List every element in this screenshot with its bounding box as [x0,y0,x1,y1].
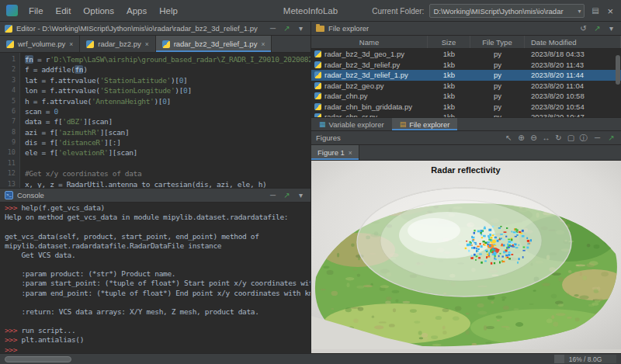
chevron-down-icon: ▾ [578,8,581,15]
line-number: 11 [0,158,16,168]
folder-history-icon[interactable]: ▤ [590,6,600,16]
window-titlebar: FileEditOptionsAppsHelp MeteoInfoLab Cur… [0,0,621,22]
minimize-panel-icon[interactable]: ─ [268,24,278,33]
code-editor[interactable]: 12345678910111213 fn = r'D:\Temp\LaSW\ai… [0,53,310,188]
zoom-in-icon[interactable]: ⊕ [516,133,526,143]
line-number: 2 [0,64,16,75]
tab-file-explorer[interactable]: ▤File explorer [392,118,458,130]
menu-bar: FileEditOptionsAppsHelp [23,0,184,21]
close-tab-icon[interactable]: × [145,40,149,48]
minimize-panel-icon[interactable]: ─ [592,133,602,143]
pan-icon[interactable]: ↔ [541,133,551,143]
current-folder-label: Current Folder: [372,7,424,16]
code-line: dis = f['distanceR'][:] [25,137,310,147]
zoom-out-icon[interactable]: ⊖ [529,133,539,143]
column-header-size[interactable]: Size [428,36,470,48]
titlebar-right: Current Folder: D:\Working\MIScript\Jyth… [372,0,615,22]
python-file-icon [314,71,321,78]
rotate-icon[interactable]: ↻ [553,133,564,143]
code-line: h = f.attrvalue('AntennaHeight')[0] [25,96,310,106]
minimize-panel-icon[interactable]: ─ [268,191,278,200]
python-file-icon [314,61,321,68]
line-number: 1 [0,54,16,64]
line-number: 6 [0,106,16,116]
console-panel-titlebar: >_ Console ─ ↗ ▾ [0,189,310,203]
figure-canvas[interactable]: Radar reflectivity [311,161,621,353]
folder-icon: ▤ [400,121,407,128]
console-line [5,298,310,307]
window-close-icon[interactable]: × [605,5,615,17]
file-row[interactable]: radar_chn.py1kbpy2023/8/20 10:58 [311,91,621,102]
code-line: lon = f.attrvalue('StationLongitude')[0] [25,85,310,95]
identify-icon[interactable]: ⓘ [578,133,588,143]
memory-indicator[interactable]: 16% / 8.0G [554,355,616,363]
radar-dome [357,188,571,296]
file-row[interactable]: radar_chn_bin_griddata.py1kbpy2023/8/20 … [311,102,621,113]
tab-figure-1[interactable]: Figure 1 × [311,145,359,160]
console-line: Get VCS data. [5,251,310,260]
close-tab-icon[interactable]: × [69,40,73,48]
float-panel-icon[interactable]: ↗ [606,133,616,143]
code-line [25,158,310,168]
console-line: >>> help(f.get_vcs_data) [5,203,310,213]
line-number: 4 [0,85,16,95]
full-extent-icon[interactable]: ▢ [566,133,576,143]
app-logo-icon [6,5,18,16]
line-number: 3 [0,75,16,85]
console-line: :param product: (*str*) Product name. [5,269,310,279]
menu-file[interactable]: File [23,0,50,22]
file-row[interactable]: radar_bz2_geo.py1kbpy2023/8/20 11:04 [311,81,621,92]
column-header-name[interactable]: Name [311,36,428,48]
file-row[interactable]: radar_bz2_3d_relief.py1kbpy2023/8/20 11:… [311,60,621,71]
refresh-icon[interactable]: ↺ [578,24,588,33]
panel-menu-icon[interactable]: ▾ [296,191,306,200]
console-line [5,260,310,269]
console-output[interactable]: >>> help(f.get_vcs_data)Help on method g… [0,203,310,353]
close-tab-icon[interactable]: × [349,149,352,157]
file-row[interactable]: radar_bz2_3d_geo_1.py1kbpy2023/8/18 04:3… [311,49,621,60]
column-header-type[interactable]: File Type [470,36,525,48]
column-header-date[interactable]: Date Modified [525,36,621,48]
float-panel-icon[interactable]: ↗ [282,24,292,33]
editor-tab[interactable]: wrf_volume.py× [0,36,80,52]
explorer-tab-bar: ▦Variable explorer▤File explorer [311,117,621,131]
file-row[interactable]: radar_bz2_3d_relief_1.py1kbpy2023/8/20 1… [311,70,621,81]
line-number: 10 [0,147,16,158]
line-number: 5 [0,96,16,106]
console-line: >>> [5,345,310,353]
editor-tab[interactable]: radar_bz2.py× [80,36,155,52]
select-arrow-icon[interactable]: ↖ [504,133,514,143]
float-panel-icon[interactable]: ↗ [282,191,292,200]
tab-label: Figure 1 [317,148,345,157]
file-row[interactable]: radar_chn_cr.py1kbpy2023/8/20 10:47 [311,112,621,117]
code-line: x, y, z = RadarUtil.antenna_to_cartesian… [25,179,310,189]
menu-help[interactable]: Help [153,0,184,22]
menu-edit[interactable]: Edit [50,0,78,22]
file-explorer-title: File explorer [328,24,369,33]
figure-title: Radar reflectivity [431,165,501,175]
tab-variable-explorer[interactable]: ▦Variable explorer [311,118,392,130]
editor-tab[interactable]: radar_bz2_3d_relief_1.py× [156,36,272,52]
panel-menu-icon[interactable]: ▾ [606,24,616,33]
panel-menu-icon[interactable]: ▾ [296,24,306,33]
scrollbar-thumb[interactable] [616,55,620,85]
python-file-icon [162,40,170,48]
figures-titlebar: Figures ↖⊕⊖↔↻▢ⓘ ─ ↗ [311,131,621,145]
python-file-icon [314,50,321,57]
meteoinfolab-window: FileEditOptionsAppsHelp MeteoInfoLab Cur… [0,0,621,364]
code-lines: fn = r'D:\Temp\LaSW\airship\ground_based… [20,53,310,188]
status-bar: 16% / 8.0G [0,353,621,364]
close-tab-icon[interactable]: × [261,40,265,48]
code-line: data = f['dBZ'][scan] [25,116,310,127]
float-panel-icon[interactable]: ↗ [592,24,602,33]
menu-apps[interactable]: Apps [120,0,153,22]
tab-label: radar_bz2_3d_relief_1.py [174,40,258,48]
console-line: Help on method get_vcs_data in module mi… [5,213,310,222]
console-line: >>> plt.antialias() [5,335,310,345]
line-number: 13 [0,179,16,189]
editor-panel-title: Editor - D:\Working\MIScript\Jython\mis\… [16,24,258,33]
current-folder-combobox[interactable]: D:\Working\MIScript\Jython\mis\io\radar … [429,4,585,18]
figure-area[interactable]: Radar reflectivity [311,161,621,353]
menu-options[interactable]: Options [77,0,120,22]
console-panel: >_ Console ─ ↗ ▾ >>> help(f.get_vcs_data… [0,188,311,353]
